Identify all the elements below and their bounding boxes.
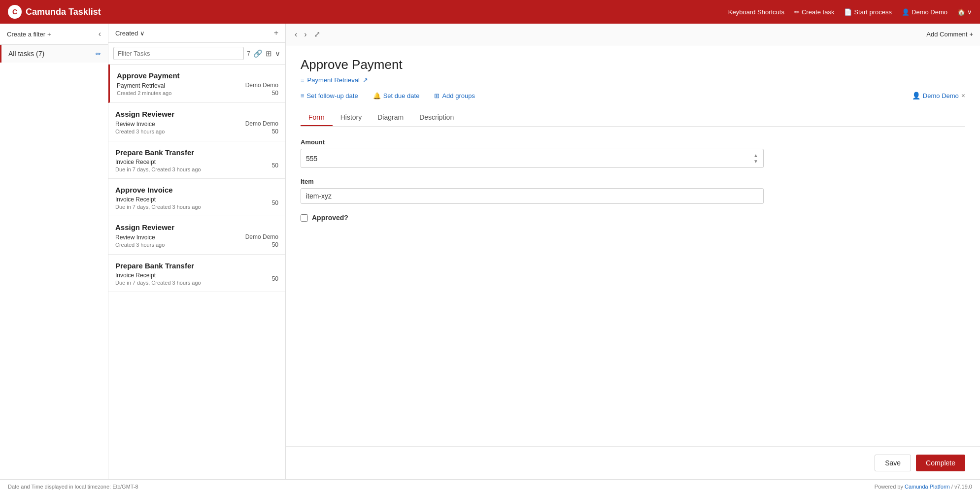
- sort-button[interactable]: Created ∨: [115, 30, 145, 37]
- brand-icon: C: [8, 5, 22, 19]
- task-item[interactable]: Assign Reviewer Review Invoice Created 3…: [108, 103, 285, 141]
- approved-label: Approved?: [312, 214, 348, 222]
- amount-input-wrapper: ▲ ▼: [301, 149, 764, 168]
- remove-assignee-button[interactable]: ×: [961, 92, 965, 99]
- task-item-process: Invoice Receipt: [115, 196, 201, 203]
- due-date-button[interactable]: 🔔 Set due date: [373, 92, 420, 99]
- tabs: FormHistoryDiagramDescription: [301, 109, 965, 127]
- assignee-name: Demo Demo: [923, 92, 959, 99]
- tab-form[interactable]: Form: [301, 109, 333, 126]
- powered-by: Powered by Camunda Platform / v7.19.0: [875, 484, 972, 490]
- home-icon: 🏠: [957, 8, 965, 16]
- tab-history[interactable]: History: [333, 109, 370, 126]
- all-tasks-label: All tasks (7): [8, 50, 44, 58]
- amount-group: Amount ▲ ▼: [301, 138, 965, 168]
- item-input[interactable]: [301, 188, 764, 204]
- link-filter-icon[interactable]: 🔗: [253, 49, 263, 58]
- sort-options-icon[interactable]: ⊞: [266, 49, 272, 58]
- task-item-process: Payment Retrieval: [117, 82, 171, 89]
- item-group: Item: [301, 178, 965, 204]
- task-item[interactable]: Prepare Bank Transfer Invoice Receipt Du…: [108, 255, 285, 292]
- start-process-label: Start process: [854, 8, 892, 16]
- follow-up-icon: ≡: [301, 92, 304, 99]
- item-label: Item: [301, 178, 965, 185]
- timezone-text: Date and Time displayed in local timezon…: [8, 484, 138, 490]
- task-item-meta-left: Review Invoice Created 3 hours ago: [115, 121, 165, 134]
- task-item-assignee: Demo Demo: [245, 120, 278, 127]
- sort-label: Created: [115, 30, 138, 37]
- all-tasks-filter[interactable]: All tasks (7) ✏: [0, 45, 108, 63]
- task-item-score: 50: [272, 241, 278, 248]
- expand-button[interactable]: ⤢: [312, 29, 322, 40]
- panel-nav: ‹ › ⤢: [293, 29, 322, 40]
- footer: Date and Time displayed in local timezon…: [0, 479, 980, 493]
- create-task-link[interactable]: ✏ Create task: [794, 8, 834, 16]
- edit-filter-icon[interactable]: ✏: [96, 50, 101, 58]
- approved-checkbox[interactable]: [301, 214, 308, 222]
- brand-title: Camunda Tasklist: [26, 7, 101, 17]
- task-item[interactable]: Assign Reviewer Review Invoice Created 3…: [108, 216, 285, 255]
- document-icon: 📄: [844, 8, 852, 16]
- task-item-right: Demo Demo 50: [245, 233, 278, 248]
- nav-prev-button[interactable]: ‹: [293, 29, 299, 40]
- task-item-score: 50: [272, 128, 278, 135]
- task-item[interactable]: Approve Invoice Invoice Receipt Due in 7…: [108, 179, 285, 216]
- tab-description[interactable]: Description: [411, 109, 462, 126]
- task-item-date: Due in 7 days, Created 3 hours ago: [115, 280, 201, 286]
- sidebar-collapse-button[interactable]: ‹: [99, 30, 101, 38]
- filter-label-text: All tasks (7): [8, 50, 44, 58]
- save-button[interactable]: Save: [875, 455, 911, 471]
- camunda-link[interactable]: Camunda Platform: [905, 484, 950, 490]
- task-item[interactable]: Approve Payment Payment Retrieval Create…: [108, 65, 285, 103]
- assignee-user-icon: 👤: [912, 92, 920, 99]
- add-groups-button[interactable]: ⊞ Add groups: [434, 92, 475, 99]
- complete-button[interactable]: Complete: [916, 455, 965, 471]
- user-icon: 👤: [902, 8, 910, 16]
- task-item-meta-left: Review Invoice Created 3 hours ago: [115, 234, 165, 248]
- task-item-right: 50: [272, 199, 278, 206]
- home-chevron: ∨: [967, 8, 972, 16]
- keyboard-shortcuts-link[interactable]: Keyboard Shortcuts: [728, 8, 784, 16]
- task-item-meta-left: Invoice Receipt Due in 7 days, Created 3…: [115, 272, 201, 286]
- task-list-panel: Created ∨ + 7 🔗 ⊞ ∨ Approve Payment Paym…: [108, 24, 286, 479]
- create-filter-button[interactable]: Create a filter +: [7, 31, 51, 38]
- home-link[interactable]: 🏠 ∨: [957, 8, 972, 16]
- main-container: Create a filter + ‹ All tasks (7) ✏ Crea…: [0, 24, 980, 479]
- add-task-button[interactable]: +: [274, 29, 278, 37]
- task-item-date: Due in 7 days, Created 3 hours ago: [115, 204, 201, 210]
- task-item-title: Assign Reviewer: [115, 110, 278, 118]
- follow-up-date-button[interactable]: ≡ Set follow-up date: [301, 92, 358, 99]
- process-link-label: Payment Retrieval: [307, 76, 360, 84]
- amount-input[interactable]: [306, 155, 753, 163]
- user-profile-link[interactable]: 👤 Demo Demo: [902, 8, 947, 16]
- task-item-right: Demo Demo 50: [245, 82, 278, 97]
- nav-next-button[interactable]: ›: [302, 29, 308, 40]
- pencil-icon: ✏: [794, 8, 800, 16]
- sidebar: Create a filter + ‹ All tasks (7) ✏: [0, 24, 108, 479]
- task-item-score: 50: [272, 199, 278, 206]
- add-comment-button[interactable]: Add Comment +: [926, 31, 973, 38]
- task-item-meta: Invoice Receipt Due in 7 days, Created 3…: [115, 196, 278, 210]
- add-groups-label: Add groups: [442, 92, 475, 99]
- filter-tasks-input[interactable]: [113, 47, 244, 60]
- task-item-title: Approve Payment: [117, 71, 278, 80]
- task-item-meta-left: Payment Retrieval Created 2 minutes ago: [117, 82, 171, 96]
- task-title: Approve Payment: [301, 57, 965, 72]
- navbar-actions: Keyboard Shortcuts ✏ Create task 📄 Start…: [728, 8, 972, 16]
- task-process-link[interactable]: ≡ Payment Retrieval ↗: [301, 76, 965, 84]
- external-link-icon: ↗: [363, 76, 368, 84]
- task-item[interactable]: Prepare Bank Transfer Invoice Receipt Du…: [108, 141, 285, 179]
- task-item-assignee: Demo Demo: [245, 82, 278, 89]
- task-item-meta-left: Invoice Receipt Due in 7 days, Created 3…: [115, 159, 201, 172]
- tab-diagram[interactable]: Diagram: [370, 109, 411, 126]
- navbar: C Camunda Tasklist Keyboard Shortcuts ✏ …: [0, 0, 980, 24]
- form-actions: Save Complete: [286, 446, 980, 479]
- create-filter-label: Create a filter: [7, 31, 45, 38]
- task-list-scroll: Approve Payment Payment Retrieval Create…: [108, 65, 285, 479]
- start-process-link[interactable]: 📄 Start process: [844, 8, 892, 16]
- task-item-title: Prepare Bank Transfer: [115, 148, 278, 157]
- task-item-score: 50: [272, 162, 278, 169]
- task-item-process: Review Invoice: [115, 234, 165, 241]
- task-item-meta: Payment Retrieval Created 2 minutes ago …: [117, 82, 278, 97]
- task-item-date: Created 2 minutes ago: [117, 90, 171, 96]
